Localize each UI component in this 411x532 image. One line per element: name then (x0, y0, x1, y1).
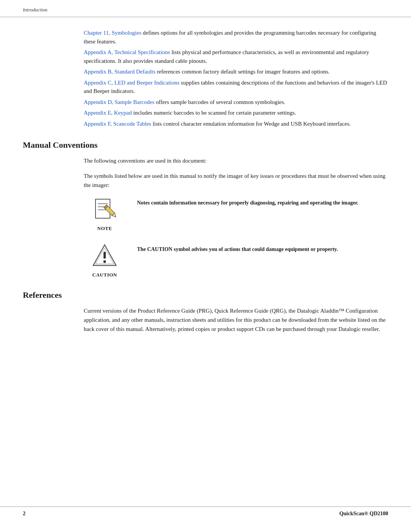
chapter11-link[interactable]: Chapter 11, Symbologies (84, 30, 142, 36)
note-icon-block: NOTE (84, 196, 126, 232)
intro-para-7-text: lists control character emulation inform… (153, 121, 350, 127)
appendix-c-link[interactable]: Appendix C, LED and Beeper Indications (84, 80, 180, 86)
appendix-a-link[interactable]: Appendix A, Technical Specifications (84, 49, 170, 55)
intro-para-5: Appendix D, Sample Barcodes offers sampl… (84, 98, 388, 107)
page-container: Introduction Chapter 11, Symbologies def… (0, 0, 411, 532)
caution-svg (92, 243, 117, 268)
svg-point-11 (103, 260, 106, 263)
conventions-para-2: The symbols listed below are used in thi… (23, 171, 388, 190)
page-content: Chapter 11, Symbologies defines options … (0, 17, 411, 363)
intro-para-3: Appendix B, Standard Defaults references… (84, 67, 388, 76)
conventions-para-1: The following conventions are used in th… (23, 156, 388, 165)
intro-para-6-text: includes numeric barcodes to be scanned … (133, 110, 296, 116)
caution-text: The CAUTION symbol advises you of action… (137, 242, 388, 253)
page-header: Introduction (0, 0, 411, 17)
references-heading: References (23, 290, 388, 300)
intro-para-3-text: references common factory default settin… (157, 69, 330, 75)
appendix-f-link[interactable]: Appendix F, Scancode Tables (84, 121, 151, 127)
caution-label: CAUTION (92, 272, 117, 278)
appendix-b-link[interactable]: Appendix B, Standard Defaults (84, 69, 155, 75)
intro-para-6: Appendix E, Keypad includes numeric barc… (84, 109, 388, 117)
page-footer: 2 QuickScan® QD2100 (0, 506, 411, 521)
note-convention-item: NOTE Notes contain information necessary… (23, 196, 388, 232)
caution-icon-block: CAUTION (84, 242, 126, 278)
caution-triangle-icon (91, 242, 118, 269)
appendix-d-link[interactable]: Appendix D, Sample Barcodes (84, 99, 155, 105)
breadcrumb: Introduction (23, 7, 48, 13)
intro-para-4: Appendix C, LED and Beeper Indications s… (84, 78, 388, 96)
manual-conventions-heading: Manual Conventions (23, 140, 388, 150)
intro-para-7: Appendix F, Scancode Tables lists contro… (84, 120, 388, 128)
intro-links: Chapter 11, Symbologies defines options … (23, 29, 388, 128)
note-pencil-icon (91, 196, 118, 222)
caution-convention-item: CAUTION The CAUTION symbol advises you o… (23, 242, 388, 278)
appendix-e-link[interactable]: Appendix E, Keypad (84, 110, 132, 116)
note-label: NOTE (97, 225, 112, 232)
page-number: 2 (23, 511, 25, 517)
note-text: Notes contain information necessary for … (137, 196, 388, 207)
intro-para-1: Chapter 11, Symbologies defines options … (84, 29, 388, 46)
product-name: QuickScan® QD2100 (339, 511, 388, 517)
intro-para-2: Appendix A, Technical Specifications lis… (84, 48, 388, 65)
svg-rect-10 (104, 252, 106, 259)
intro-para-5-text: offers sample barcodes of several common… (156, 99, 285, 105)
note-svg (93, 196, 116, 222)
references-section: References Current versions of the Produ… (23, 290, 388, 334)
references-body: Current versions of the Product Referenc… (23, 306, 388, 334)
